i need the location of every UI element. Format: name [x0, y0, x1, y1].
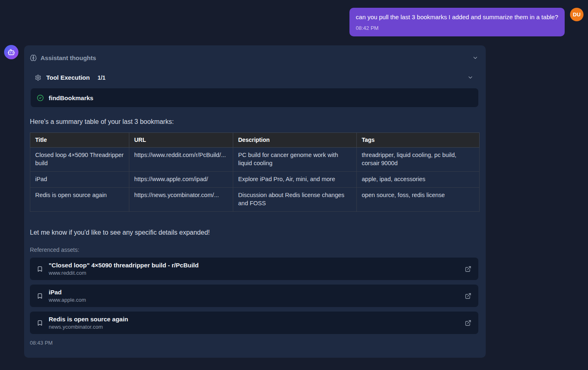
user-message-row: can you pull the last 3 bookmarks I adde… — [349, 8, 583, 36]
assistant-thoughts-header[interactable]: Assistant thoughts — [24, 45, 486, 61]
chevron-down-icon[interactable] — [472, 55, 478, 61]
asset-title: Redis is open source again — [49, 316, 128, 323]
table-row: Closed loop 4×5090 Threadripper build ht… — [30, 148, 480, 172]
bookmark-icon — [37, 293, 43, 299]
summary-intro-text: Here's a summary table of your last 3 bo… — [30, 118, 480, 126]
bookmark-description: Explore iPad Pro, Air, mini, and more — [233, 172, 357, 188]
user-avatar[interactable]: DU — [570, 8, 583, 21]
assistant-message-time: 08:43 PM — [30, 340, 480, 346]
bookmark-url-link[interactable]: https://news.ycombinator.com/... — [129, 188, 233, 212]
tool-execution-count: 1/1 — [97, 74, 105, 81]
bookmark-icon — [37, 320, 43, 326]
column-header-tags: Tags — [357, 133, 480, 148]
asset-title: "Closed loop" 4×5090 threadripper build … — [49, 262, 198, 269]
assistant-avatar — [4, 45, 18, 59]
gear-icon — [35, 74, 41, 81]
bookmark-tags: threadripper, liquid cooling, pc build, … — [357, 148, 480, 172]
table-row: iPad https://www.apple.com/ipad/ Explore… — [30, 172, 480, 188]
external-link-icon[interactable] — [465, 293, 471, 299]
bookmark-icon — [37, 266, 43, 272]
asset-card[interactable]: iPad www.apple.com — [30, 285, 478, 307]
bookmark-description: Discussion about Redis license changes a… — [233, 188, 357, 212]
asset-card[interactable]: Redis is open source again news.ycombina… — [30, 312, 478, 334]
bookmark-title-link[interactable]: Redis is open source again — [30, 188, 129, 212]
table-header-row: Title URL Description Tags — [30, 133, 480, 148]
bookmarks-table: Title URL Description Tags Closed loop 4… — [30, 132, 480, 212]
bookmark-tags: apple, ipad, accessories — [357, 172, 480, 188]
assistant-thoughts-label: Assistant thoughts — [41, 54, 96, 61]
column-header-url: URL — [129, 133, 233, 148]
external-link-icon[interactable] — [465, 320, 471, 326]
column-header-title: Title — [30, 133, 129, 148]
user-message-text: can you pull the last 3 bookmarks I adde… — [356, 13, 558, 21]
bot-icon — [7, 48, 15, 56]
chevron-down-icon[interactable] — [467, 74, 473, 81]
asset-domain: news.ycombinator.com — [49, 324, 128, 330]
tool-execution-header[interactable]: Tool Execution 1/1 — [24, 74, 486, 81]
assistant-message-card: Assistant thoughts Tool Execution 1/1 fi… — [24, 45, 486, 358]
table-row: Redis is open source again https://news.… — [30, 188, 480, 212]
bookmark-url-link[interactable]: https://www.reddit.com/r/PcBuild/... — [129, 148, 233, 172]
tool-call-name: findBookmarks — [49, 94, 93, 101]
asset-card[interactable]: "Closed loop" 4×5090 threadripper build … — [30, 258, 478, 280]
tool-call-result[interactable]: findBookmarks — [31, 88, 478, 107]
bookmark-description: PC build for cancer genome work with liq… — [233, 148, 357, 172]
user-message-time: 08:42 PM — [356, 25, 558, 31]
check-circle-icon — [37, 94, 44, 101]
tool-execution-label: Tool Execution — [46, 74, 90, 81]
bookmark-title-link[interactable]: Closed loop 4×5090 Threadripper build — [30, 148, 129, 172]
external-link-icon[interactable] — [465, 266, 471, 272]
asset-domain: www.apple.com — [49, 297, 86, 303]
bookmark-url-link[interactable]: https://www.apple.com/ipad/ — [129, 172, 233, 188]
bookmark-tags: open source, foss, redis license — [357, 188, 480, 212]
column-header-description: Description — [233, 133, 357, 148]
bookmark-title-link[interactable]: iPad — [30, 172, 129, 188]
referenced-assets-label: Referenced assets: — [30, 247, 480, 253]
asset-domain: www.reddit.com — [49, 270, 198, 276]
asset-title: iPad — [49, 289, 86, 296]
closing-text: Let me know if you'd like to see any spe… — [30, 229, 480, 236]
brain-icon — [30, 54, 37, 61]
user-message-bubble: can you pull the last 3 bookmarks I adde… — [349, 8, 565, 36]
